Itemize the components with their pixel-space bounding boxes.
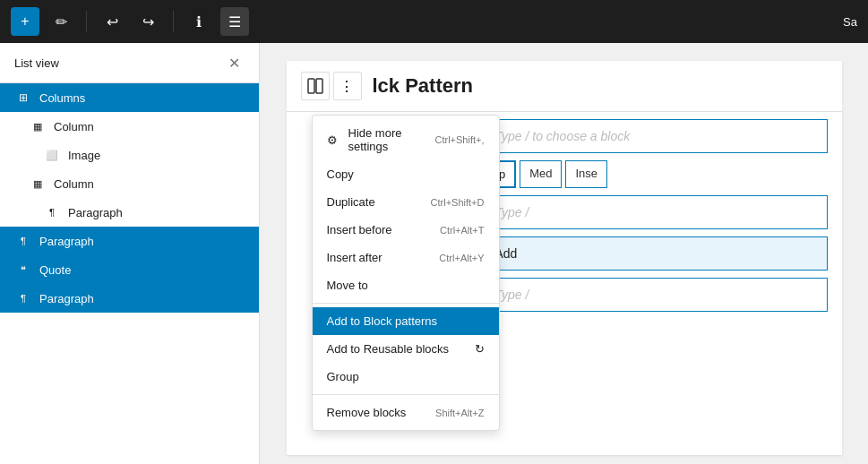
context-menu-insert-after[interactable]: Insert after Ctrl+Alt+Y bbox=[313, 244, 499, 271]
context-menu-copy[interactable]: Copy bbox=[313, 160, 499, 188]
duplicate-label: Duplicate bbox=[327, 195, 375, 209]
sidebar-item-label: Paragraph bbox=[39, 292, 94, 305]
three-dots-icon: ⋮ bbox=[339, 78, 355, 95]
main-toolbar: + ✏ ↩ ↪ ℹ ☰ Sa bbox=[0, 0, 868, 43]
editor-block-inse[interactable]: Inse bbox=[565, 160, 607, 188]
editor-block-med[interactable]: Med bbox=[520, 160, 562, 188]
block-icon-button[interactable] bbox=[301, 72, 330, 100]
toolbar-separator-2 bbox=[173, 11, 174, 32]
editor-block-5[interactable]: Type / bbox=[480, 195, 828, 229]
block-icon-svg bbox=[306, 77, 324, 95]
paragraph-icon-1: ¶ bbox=[43, 203, 61, 221]
context-item-label: Hide more settings bbox=[348, 126, 428, 153]
redo-button[interactable]: ↪ bbox=[133, 7, 162, 36]
block-more-button[interactable]: ⋮ bbox=[333, 72, 362, 100]
insert-before-label: Insert before bbox=[327, 223, 392, 236]
settings-icon: ⚙ bbox=[327, 133, 338, 147]
sidebar-item-paragraph-3[interactable]: ¶ Paragraph bbox=[0, 284, 259, 313]
context-menu-remove-blocks[interactable]: Remove blocks Shift+Alt+Z bbox=[313, 399, 499, 426]
block-pattern-header: ⋮ lck Pattern bbox=[287, 61, 842, 112]
add-block-patterns-label: Add to Block patterns bbox=[327, 314, 438, 328]
group-label: Group bbox=[327, 370, 359, 383]
editor-block-1[interactable]: Type / to choose a block bbox=[480, 119, 828, 153]
main-layout: List view ✕ ⊞ Columns ▦ Column ⬜ Image ▦… bbox=[0, 43, 868, 464]
context-menu-separator-1 bbox=[313, 303, 499, 304]
sidebar-item-label: Quote bbox=[39, 263, 71, 277]
paragraph-icon-2: ¶ bbox=[14, 232, 32, 250]
sidebar-item-label: Column bbox=[54, 177, 94, 191]
editor-canvas: ⋮ lck Pattern ⚙ Hide more settings Ctrl+… bbox=[287, 61, 842, 455]
column-icon: ▦ bbox=[29, 117, 47, 135]
quote-icon: ❝ bbox=[14, 261, 32, 279]
sidebar-header: List view ✕ bbox=[0, 43, 259, 83]
context-item-shortcut: Ctrl+Shift+, bbox=[434, 134, 484, 145]
undo-button[interactable]: ↩ bbox=[98, 7, 126, 36]
column-icon-2: ▦ bbox=[29, 175, 47, 193]
sidebar-item-quote[interactable]: ❝ Quote bbox=[0, 255, 259, 284]
context-menu-separator-2 bbox=[313, 394, 499, 395]
edit-button[interactable]: ✏ bbox=[47, 7, 75, 36]
svg-rect-0 bbox=[308, 79, 314, 93]
sidebar-item-label: Paragraph bbox=[39, 235, 94, 248]
sidebar-title: List view bbox=[14, 56, 59, 70]
sidebar-item-columns[interactable]: ⊞ Columns bbox=[0, 83, 259, 112]
context-menu-hide-settings[interactable]: ⚙ Hide more settings Ctrl+Shift+, bbox=[313, 119, 499, 160]
columns-icon: ⊞ bbox=[14, 89, 32, 107]
insert-after-shortcut: Ctrl+Alt+Y bbox=[439, 253, 484, 263]
context-menu-add-block-patterns[interactable]: Add to Block patterns bbox=[313, 307, 499, 335]
editor-title: lck Pattern bbox=[373, 74, 474, 98]
user-label: Sa bbox=[843, 15, 857, 29]
sidebar-item-column-2[interactable]: ▦ Column bbox=[0, 169, 259, 198]
sidebar-item-paragraph-1[interactable]: ¶ Paragraph bbox=[0, 198, 259, 227]
editor-block-7[interactable]: Type / bbox=[480, 278, 828, 312]
svg-rect-1 bbox=[316, 79, 322, 93]
sidebar-item-label: Column bbox=[54, 120, 94, 133]
info-button[interactable]: ℹ bbox=[185, 7, 213, 36]
toolbar-separator-1 bbox=[86, 11, 87, 32]
context-menu-duplicate[interactable]: Duplicate Ctrl+Shift+D bbox=[313, 188, 499, 216]
sidebar-item-image[interactable]: ⬜ Image bbox=[0, 141, 259, 169]
context-menu: ⚙ Hide more settings Ctrl+Shift+, Copy D… bbox=[312, 115, 500, 431]
sidebar-item-label: Image bbox=[68, 149, 100, 162]
remove-blocks-shortcut: Shift+Alt+Z bbox=[435, 408, 484, 418]
context-menu-move-to[interactable]: Move to bbox=[313, 271, 499, 299]
image-icon: ⬜ bbox=[43, 146, 61, 164]
sidebar-item-column-1[interactable]: ▦ Column bbox=[0, 112, 259, 141]
add-block-button[interactable]: + bbox=[11, 7, 39, 36]
insert-after-label: Insert after bbox=[327, 251, 382, 264]
move-to-label: Move to bbox=[327, 279, 368, 292]
sidebar-item-label: Paragraph bbox=[68, 206, 123, 219]
sidebar-close-button[interactable]: ✕ bbox=[223, 52, 245, 73]
menu-button[interactable]: ☰ bbox=[220, 7, 249, 36]
sidebar-list: ⊞ Columns ▦ Column ⬜ Image ▦ Column ¶ Pa… bbox=[0, 83, 259, 464]
context-menu-group[interactable]: Group bbox=[313, 363, 499, 391]
context-menu-insert-before[interactable]: Insert before Ctrl+Alt+T bbox=[313, 216, 499, 244]
duplicate-shortcut: Ctrl+Shift+D bbox=[431, 197, 485, 208]
reusable-icon: ↻ bbox=[475, 342, 485, 356]
copy-label: Copy bbox=[327, 168, 354, 181]
add-reusable-label: Add to Reusable blocks bbox=[327, 342, 450, 356]
editor-block-6[interactable]: Add bbox=[480, 236, 828, 271]
sidebar: List view ✕ ⊞ Columns ▦ Column ⬜ Image ▦… bbox=[0, 43, 260, 464]
sidebar-item-paragraph-2[interactable]: ¶ Paragraph bbox=[0, 227, 259, 255]
sidebar-item-label: Columns bbox=[39, 91, 85, 105]
context-menu-add-reusable-blocks[interactable]: Add to Reusable blocks ↻ bbox=[313, 335, 499, 363]
paragraph-icon-3: ¶ bbox=[14, 289, 32, 307]
remove-blocks-label: Remove blocks bbox=[327, 406, 407, 419]
insert-before-shortcut: Ctrl+Alt+T bbox=[440, 225, 485, 236]
content-area: ⋮ lck Pattern ⚙ Hide more settings Ctrl+… bbox=[260, 43, 868, 464]
